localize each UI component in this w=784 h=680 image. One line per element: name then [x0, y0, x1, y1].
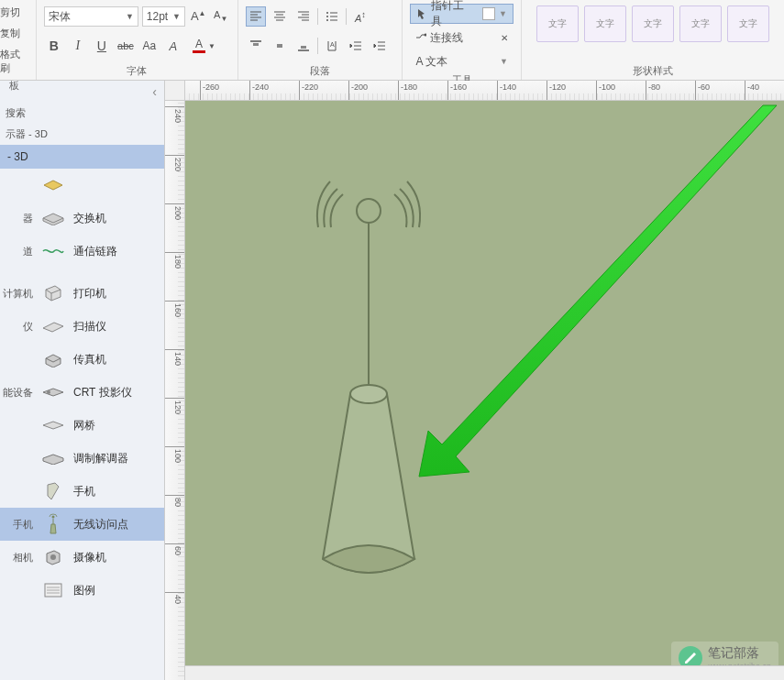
decrease-font-button[interactable]: A▼	[211, 6, 229, 27]
shape-style-5[interactable]: 文字	[727, 5, 769, 42]
svg-point-6	[52, 516, 55, 519]
svg-point-7	[50, 554, 56, 560]
bold-button[interactable]: B	[44, 36, 64, 56]
shape-styles-label: 形状样式	[529, 62, 777, 80]
paragraph-group: A↕ A 段落	[238, 0, 403, 80]
align-center-button[interactable]	[270, 6, 290, 27]
stencil-camera[interactable]: 相机 摄像机	[0, 541, 164, 574]
ribbon: 剪切 复制 格式刷 板 宋体▼ 12pt▼ A▲ A▼ B I U abc Aa…	[0, 0, 784, 81]
stencil-crt-projector[interactable]: 能设备 CRT 投影仪	[0, 376, 164, 409]
align-middle-button[interactable]	[270, 36, 290, 56]
format-painter-button[interactable]: 格式刷	[0, 46, 28, 77]
font-family-combo[interactable]: 宋体▼	[44, 6, 138, 27]
fax-icon	[40, 348, 66, 370]
clear-paragraph-button[interactable]: A↕	[350, 6, 370, 27]
stencil-scanner[interactable]: 仪 扫描仪	[0, 310, 164, 343]
clipboard-label: 板	[0, 77, 28, 94]
svg-point-1	[326, 16, 328, 17]
align-top-button[interactable]	[246, 36, 266, 56]
main-area: ‹ 搜索 示器 - 3D - 3D 器 交换机 道 通信链路 计算机	[0, 81, 784, 680]
paragraph-label: 段落	[246, 62, 394, 80]
font-size-combo[interactable]: 12pt▼	[142, 6, 185, 27]
category-3d-header[interactable]: - 3D	[0, 145, 164, 169]
increase-indent-button[interactable]	[370, 36, 390, 56]
stencil-switch[interactable]: 器 交换机	[0, 202, 164, 235]
scanner-icon	[40, 315, 66, 337]
switch-icon	[40, 207, 66, 229]
projector-icon	[40, 381, 66, 403]
clear-format-button[interactable]: A	[163, 36, 183, 56]
connector-icon	[415, 32, 426, 43]
modem-icon	[40, 447, 66, 469]
ruler-horizontal[interactable]: -260-240-220-200-180-160-140-120-100-80-…	[185, 81, 784, 101]
pointer-color-swatch[interactable]	[482, 7, 495, 20]
stencil-modem[interactable]: 调制解调器	[0, 442, 164, 475]
shape-style-1[interactable]: 文字	[536, 5, 579, 42]
svg-point-2	[326, 19, 328, 21]
horizontal-scrollbar[interactable]	[185, 665, 784, 680]
ruler-corner	[165, 81, 185, 101]
drawing-canvas[interactable]: 笔记部落 www.notetribe.cn	[185, 101, 784, 680]
connector-tool-button[interactable]: 连接线 ✕	[410, 27, 513, 48]
canvas-area: -260-240-220-200-180-160-140-120-100-80-…	[165, 81, 784, 680]
align-left-button[interactable]	[246, 6, 266, 27]
shapes-panel: ‹ 搜索 示器 - 3D - 3D 器 交换机 道 通信链路 计算机	[0, 81, 165, 680]
bridge-icon	[40, 414, 66, 436]
stencil-bridge[interactable]: 网桥	[0, 409, 164, 442]
shape-style-2[interactable]: 文字	[584, 5, 626, 42]
ruler-vertical[interactable]: 240220200180160140120100806040	[165, 101, 185, 680]
stencil-phone[interactable]: 手机	[0, 475, 164, 508]
legend-icon	[40, 579, 66, 601]
shape-style-3[interactable]: 文字	[632, 5, 674, 42]
svg-text:A: A	[330, 41, 335, 48]
decrease-indent-button[interactable]	[346, 36, 366, 56]
camera-icon	[40, 546, 66, 568]
green-arrow-annotation	[414, 101, 781, 486]
category-3d-displays[interactable]: 示器 - 3D	[0, 124, 164, 145]
stencil-item-yellow[interactable]	[0, 169, 164, 202]
stencil-printer[interactable]: 计算机 打印机	[0, 277, 164, 310]
stencil-comm-link[interactable]: 道 通信链路	[0, 235, 164, 268]
underline-button[interactable]: U	[92, 36, 112, 56]
svg-point-11	[350, 385, 387, 403]
text-tool-button[interactable]: A 文本 ▼	[410, 51, 513, 71]
stencil-list: 器 交换机 道 通信链路 计算机 打印机 仪 扫描仪	[0, 169, 164, 607]
tools-group: 指针工具 ▼ 连接线 ✕ A 文本 ▼ 工具	[403, 0, 522, 80]
stencil-wireless-ap[interactable]: 手机 无线访问点	[0, 508, 164, 541]
change-case-button[interactable]: Aa	[139, 36, 160, 56]
clipboard-group: 剪切 复制 格式刷 板	[0, 0, 37, 80]
stencil-fax[interactable]: 传真机	[0, 343, 164, 376]
pointer-tool-button[interactable]: 指针工具 ▼	[410, 4, 513, 24]
align-right-button[interactable]	[293, 6, 314, 27]
shape-styles-group: 文字 文字 文字 文字 文字 形状样式	[522, 0, 784, 80]
svg-point-0	[326, 12, 328, 14]
font-color-button[interactable]: A▼	[187, 36, 221, 56]
shape-gallery: 文字 文字 文字 文字 文字	[529, 4, 777, 62]
bullets-button[interactable]	[322, 6, 342, 27]
align-bottom-button[interactable]	[293, 36, 314, 56]
svg-point-5	[47, 390, 50, 394]
printer-icon	[40, 282, 66, 304]
pointer-icon	[416, 8, 427, 19]
stencil-legend[interactable]: 图例	[0, 574, 164, 607]
svg-point-9	[357, 199, 381, 223]
shape-style-4[interactable]: 文字	[679, 5, 722, 42]
font-label: 字体	[44, 62, 230, 80]
wireless-ap-icon	[40, 513, 66, 535]
search-label: 搜索	[0, 103, 164, 124]
increase-font-button[interactable]: A▲	[189, 6, 207, 27]
phone-icon	[40, 480, 66, 502]
cut-button[interactable]: 剪切	[0, 4, 28, 21]
svg-point-4	[425, 34, 427, 37]
comm-link-icon	[40, 240, 66, 262]
text-direction-button[interactable]: A	[322, 36, 342, 56]
strikethrough-button[interactable]: abc	[116, 36, 136, 56]
font-group: 宋体▼ 12pt▼ A▲ A▼ B I U abc Aa A A▼ 字体	[37, 0, 238, 80]
italic-button[interactable]: I	[68, 36, 88, 56]
copy-button[interactable]: 复制	[0, 25, 28, 42]
